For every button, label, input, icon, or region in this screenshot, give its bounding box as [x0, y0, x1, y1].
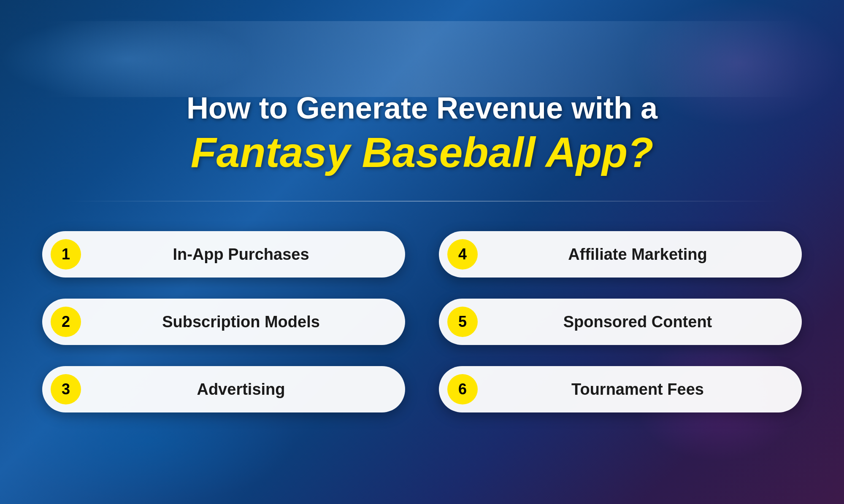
- title-section: How to Generate Revenue with a Fantasy B…: [187, 92, 657, 175]
- divider: [63, 201, 781, 202]
- items-grid: 1 In-App Purchases 4 Affiliate Marketing…: [42, 231, 802, 412]
- list-item: 1 In-App Purchases: [42, 231, 405, 278]
- item-number-6: 6: [447, 374, 478, 404]
- light-band: [0, 21, 844, 97]
- item-number-4: 4: [447, 239, 478, 270]
- item-number-2: 2: [51, 307, 81, 337]
- item-label-1: In-App Purchases: [94, 245, 388, 264]
- item-label-5: Sponsored Content: [490, 313, 785, 331]
- item-number-1: 1: [51, 239, 81, 270]
- item-label-2: Subscription Models: [94, 313, 388, 331]
- title-line2: Fantasy Baseball App?: [187, 129, 657, 175]
- item-label-6: Tournament Fees: [490, 380, 785, 399]
- list-item: 4 Affiliate Marketing: [439, 231, 802, 278]
- item-label-4: Affiliate Marketing: [490, 245, 785, 264]
- page-background: How to Generate Revenue with a Fantasy B…: [0, 0, 844, 504]
- list-item: 5 Sponsored Content: [439, 299, 802, 345]
- item-number-3: 3: [51, 374, 81, 404]
- item-number-5: 5: [447, 307, 478, 337]
- main-content: How to Generate Revenue with a Fantasy B…: [0, 92, 844, 412]
- list-item: 6 Tournament Fees: [439, 366, 802, 412]
- list-item: 3 Advertising: [42, 366, 405, 412]
- title-line1: How to Generate Revenue with a: [187, 92, 657, 125]
- item-label-3: Advertising: [94, 380, 388, 399]
- list-item: 2 Subscription Models: [42, 299, 405, 345]
